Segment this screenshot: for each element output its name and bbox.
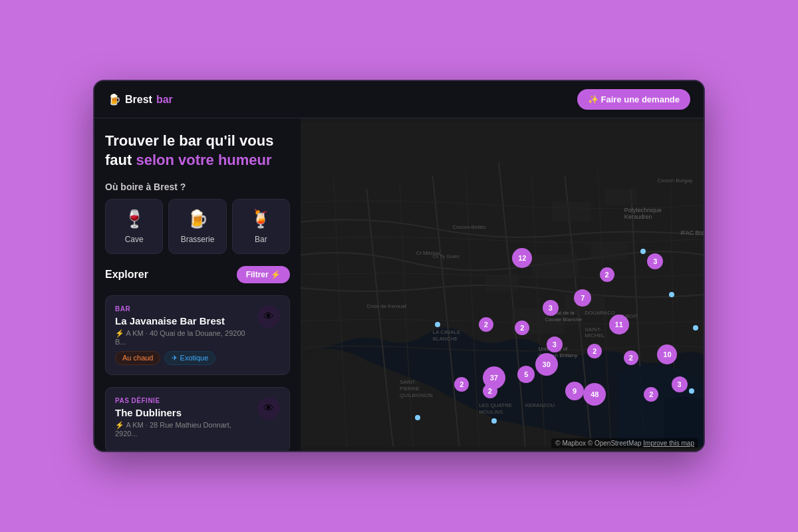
svg-text:Cavale Blanche: Cavale Blanche	[545, 317, 583, 323]
map-dot	[640, 249, 646, 254]
place-icon-0: 👁	[257, 305, 280, 328]
svg-text:Ct Méziou: Ct Méziou	[416, 250, 440, 256]
place-tags-0: Au chaud ✈ Exotique	[115, 351, 251, 365]
map-dot	[693, 325, 698, 331]
map-cluster[interactable]: 2	[600, 267, 614, 282]
svg-rect-2	[604, 189, 638, 205]
map-cluster[interactable]: 5	[517, 366, 535, 383]
map-cluster[interactable]: 10	[657, 344, 677, 364]
svg-text:MOULINS: MOULINS	[479, 409, 503, 415]
svg-rect-4	[591, 241, 628, 260]
map-cluster[interactable]: 2	[587, 344, 602, 358]
svg-text:LES QUATRE: LES QUATRE	[479, 402, 512, 408]
svg-text:SAINT-: SAINT-	[400, 379, 417, 385]
explorer-header: Explorer Filtrer ⚡	[105, 266, 290, 283]
category-brasserie[interactable]: 🍺 Brasserie	[168, 199, 226, 254]
place-info-1: PAS DÉFINIE The Dubliners ⚡ A KM · 28 Ru…	[115, 397, 251, 443]
cta-button[interactable]: ✨ Faire une demande	[577, 89, 690, 110]
svg-text:Croix de Kerouaf: Croix de Kerouaf	[366, 303, 406, 309]
map-cluster[interactable]: 3	[647, 253, 663, 269]
svg-rect-1	[552, 202, 592, 222]
map-cluster[interactable]: 37	[483, 366, 505, 389]
map-cluster[interactable]: 48	[583, 383, 606, 406]
map-dot	[415, 415, 420, 420]
map-dot	[435, 322, 440, 327]
hero-title: Trouver le bar qu'il vous faut selon vot…	[105, 132, 290, 170]
place-type-0: BAR	[115, 305, 251, 313]
map-cluster[interactable]: 3	[672, 376, 688, 392]
explorer-section: Explorer Filtrer ⚡	[105, 266, 290, 283]
category-grid: 🍷 Cave 🍺 Brasserie 🍹 Bar	[105, 199, 290, 254]
place-card-1[interactable]: PAS DÉFINIE The Dubliners ⚡ A KM · 28 Ru…	[105, 387, 290, 451]
brand-emoji: 🍺	[108, 93, 121, 106]
left-panel: Trouver le bar qu'il vous faut selon vot…	[94, 118, 301, 451]
map-cluster[interactable]: 2	[515, 321, 529, 335]
filter-button[interactable]: Filtrer ⚡	[237, 266, 290, 283]
map-area[interactable]: Polytechnique Keraudren IFAC Brest Hôpit…	[301, 118, 704, 451]
map-cluster[interactable]: 2	[454, 377, 469, 392]
map-dot	[689, 388, 694, 394]
map-dot	[669, 292, 674, 297]
svg-rect-3	[532, 255, 579, 278]
map-cluster[interactable]: 11	[609, 315, 629, 334]
app-frame: 🍺 Brest bar ✨ Faire une demande Trouver …	[93, 80, 705, 452]
svg-rect-7	[485, 275, 519, 291]
svg-text:PIERRE: PIERRE	[400, 386, 420, 392]
brasserie-label: Brasserie	[181, 235, 215, 244]
cave-label: Cave	[125, 235, 144, 244]
svg-text:KERANZOU: KERANZOU	[525, 402, 555, 408]
map-cluster[interactable]: 12	[512, 248, 532, 268]
tag-hot: Au chaud	[115, 351, 160, 365]
svg-text:SAINT-: SAINT-	[585, 327, 602, 332]
svg-text:LA CAVALE: LA CAVALE	[433, 330, 461, 336]
place-address-1: ⚡ A KM · 28 Rue Mathieu Donnart, 2920...	[115, 421, 251, 438]
category-section: Où boire à Brest ? 🍷 Cave 🍺 Brasserie 🍹	[105, 182, 290, 254]
svg-text:Keraudren: Keraudren	[624, 213, 652, 220]
cave-emoji: 🍷	[124, 209, 145, 229]
map-attribution: © Mapbox © OpenStreetMap Improve this ma…	[551, 438, 698, 448]
place-name-0: La Javanaise Bar Brest	[115, 315, 251, 327]
brand: 🍺 Brest bar	[108, 93, 173, 106]
main-layout: Trouver le bar qu'il vous faut selon vot…	[94, 118, 704, 451]
svg-text:Crozon-Belles: Crozon-Belles	[452, 224, 485, 230]
brand-brest: Brest	[125, 94, 152, 106]
brasserie-emoji: 🍺	[187, 209, 208, 229]
svg-text:BLANCHE: BLANCHE	[433, 336, 458, 342]
bar-emoji: 🍹	[250, 209, 271, 229]
svg-text:QUILBIGNON: QUILBIGNON	[400, 392, 433, 398]
place-icon-1: 👁	[257, 397, 280, 420]
svg-text:Crozon Burgay: Crozon Burgay	[657, 178, 692, 184]
map-cluster[interactable]: 9	[565, 382, 584, 400]
place-type-1: PAS DÉFINIE	[115, 397, 251, 404]
map-cluster[interactable]: 2	[644, 387, 658, 402]
map-cluster[interactable]: 7	[574, 289, 591, 307]
category-bar[interactable]: 🍹 Bar	[232, 199, 290, 254]
header: 🍺 Brest bar ✨ Faire une demande	[94, 81, 704, 118]
map-canvas: Polytechnique Keraudren IFAC Brest Hôpit…	[301, 118, 704, 451]
improve-map-link[interactable]: Improve this map	[643, 440, 694, 447]
where-label: Où boire à Brest ?	[105, 182, 290, 192]
category-cave[interactable]: 🍷 Cave	[105, 199, 163, 254]
place-info-0: BAR La Javanaise Bar Brest ⚡ A KM · 40 Q…	[115, 305, 251, 365]
svg-text:DOUARACO: DOUARACO	[585, 310, 615, 316]
svg-text:IFAC Brest: IFAC Brest	[680, 229, 704, 236]
svg-text:Ct Ty Guen: Ct Ty Guen	[433, 253, 460, 259]
map-dot	[491, 418, 497, 424]
place-card-0[interactable]: BAR La Javanaise Bar Brest ⚡ A KM · 40 Q…	[105, 295, 290, 375]
svg-text:MICHEL: MICHEL	[585, 332, 605, 338]
svg-text:Polytechnique: Polytechnique	[624, 207, 662, 213]
map-cluster[interactable]: 3	[543, 300, 559, 316]
map-cluster[interactable]: 30	[535, 353, 558, 376]
bar-label: Bar	[255, 235, 267, 244]
explorer-title: Explorer	[105, 269, 148, 281]
map-cluster[interactable]: 2	[479, 317, 493, 332]
place-name-1: The Dubliners	[115, 407, 251, 418]
map-cluster[interactable]: 2	[624, 350, 638, 365]
brand-bar: bar	[156, 94, 173, 106]
svg-rect-0	[301, 123, 704, 447]
tag-exotic: ✈ Exotique	[164, 351, 215, 365]
map-cluster[interactable]: 3	[547, 336, 563, 352]
place-address-0: ⚡ A KM · 40 Quai de la Douane, 29200 B..…	[115, 329, 251, 346]
